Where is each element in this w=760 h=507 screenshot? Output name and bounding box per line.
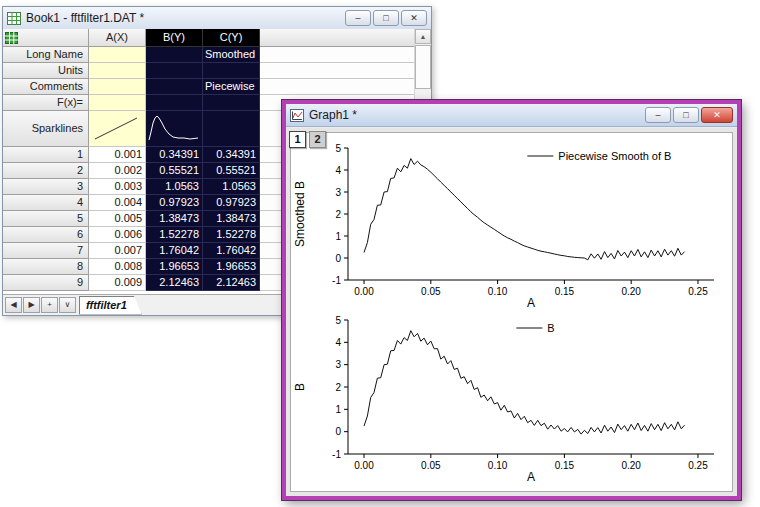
- svg-text:5: 5: [335, 143, 341, 154]
- sparkline-cell-a[interactable]: [89, 111, 146, 147]
- book1-maximize-button[interactable]: □: [373, 10, 399, 26]
- cell-c[interactable]: Piecewise: [203, 79, 260, 95]
- svg-text:Smoothed B: Smoothed B: [293, 181, 307, 247]
- cell-c[interactable]: 1.0563: [203, 179, 260, 195]
- svg-text:Piecewise Smooth of B: Piecewise Smooth of B: [558, 150, 671, 162]
- b-plot[interactable]: 0.000.050.100.150.200.25-1012345BAB: [292, 312, 728, 484]
- cell-b[interactable]: 1.0563: [146, 179, 203, 195]
- cell-b[interactable]: [146, 79, 203, 95]
- smoothed-b-plot[interactable]: 0.000.050.100.150.200.25-1012345Piecewis…: [292, 140, 728, 310]
- cell-b[interactable]: [146, 63, 203, 79]
- row-header-f-x-[interactable]: F(x)=: [3, 95, 89, 111]
- sparkline-cell-b[interactable]: [146, 111, 203, 147]
- cell-b[interactable]: 0.97923: [146, 195, 203, 211]
- column-header-a[interactable]: A(X): [89, 29, 146, 47]
- cell-b[interactable]: [146, 47, 203, 63]
- cell-c[interactable]: 0.34391: [203, 147, 260, 163]
- cell-c[interactable]: Smoothed: [203, 47, 260, 63]
- book1-minimize-button[interactable]: –: [345, 10, 371, 26]
- svg-text:0: 0: [335, 253, 341, 264]
- row-header-units[interactable]: Units: [3, 63, 89, 79]
- graph1-title: Graph1 *: [309, 108, 640, 122]
- cell-a[interactable]: 0.009: [89, 275, 146, 291]
- cell-a[interactable]: [89, 95, 146, 111]
- row-header-4[interactable]: 4: [3, 195, 89, 211]
- corner-cell[interactable]: [3, 29, 89, 47]
- cell-c[interactable]: 1.76042: [203, 243, 260, 259]
- svg-text:1: 1: [335, 231, 341, 242]
- column-header-row: A(X) B(Y) C(Y): [3, 29, 431, 47]
- add-sheet-icon[interactable]: +: [41, 297, 58, 313]
- sparkline-cell-c[interactable]: [203, 111, 260, 147]
- empty-cell: [260, 63, 431, 79]
- cell-b[interactable]: 1.52278: [146, 227, 203, 243]
- row-header-2[interactable]: 2: [3, 163, 89, 179]
- layer-button-2[interactable]: 2: [309, 131, 326, 148]
- cell-b[interactable]: 2.12463: [146, 275, 203, 291]
- row-header-8[interactable]: 8: [3, 259, 89, 275]
- svg-text:3: 3: [335, 187, 341, 198]
- sparkline-b: [146, 111, 201, 145]
- book1-titlebar[interactable]: Book1 - fftfilter1.DAT * – □ ✕: [3, 7, 431, 30]
- cell-a[interactable]: 0.003: [89, 179, 146, 195]
- svg-text:0.20: 0.20: [621, 460, 641, 471]
- row-header-long-name[interactable]: Long Name: [3, 47, 89, 63]
- cell-c[interactable]: 2.12463: [203, 275, 260, 291]
- row-header-6[interactable]: 6: [3, 227, 89, 243]
- svg-text:2: 2: [335, 382, 341, 393]
- cell-c[interactable]: 0.55521: [203, 163, 260, 179]
- sparkline-a: [89, 111, 144, 145]
- svg-text:A: A: [527, 470, 535, 484]
- cell-b[interactable]: 1.96653: [146, 259, 203, 275]
- svg-text:4: 4: [335, 337, 341, 348]
- svg-text:2: 2: [335, 209, 341, 220]
- cell-a[interactable]: 0.005: [89, 211, 146, 227]
- row-header-9[interactable]: 9: [3, 275, 89, 291]
- cell-a[interactable]: [89, 47, 146, 63]
- scroll-up-icon[interactable]: ▲: [415, 29, 431, 44]
- row-header-7[interactable]: 7: [3, 243, 89, 259]
- row-header-1[interactable]: 1: [3, 147, 89, 163]
- svg-text:-1: -1: [332, 449, 341, 460]
- column-header-c[interactable]: C(Y): [203, 29, 260, 47]
- header-filler: [260, 29, 431, 47]
- cell-a[interactable]: 0.004: [89, 195, 146, 211]
- cell-c[interactable]: 1.38473: [203, 211, 260, 227]
- cell-b[interactable]: [146, 95, 203, 111]
- book1-close-button[interactable]: ✕: [401, 10, 427, 26]
- cell-a[interactable]: 0.002: [89, 163, 146, 179]
- cell-a[interactable]: 0.001: [89, 147, 146, 163]
- svg-text:3: 3: [335, 359, 341, 370]
- cell-b[interactable]: 1.76042: [146, 243, 203, 259]
- cell-b[interactable]: 0.34391: [146, 147, 203, 163]
- graph1-close-button[interactable]: ✕: [701, 107, 733, 123]
- row-header-sparklines[interactable]: Sparklines: [3, 111, 89, 147]
- sheet-list-icon[interactable]: ∨: [59, 297, 76, 313]
- svg-text:0.05: 0.05: [421, 460, 441, 471]
- cell-c[interactable]: [203, 63, 260, 79]
- cell-c[interactable]: 1.96653: [203, 259, 260, 275]
- svg-text:-1: -1: [332, 275, 341, 286]
- cell-c[interactable]: 0.97923: [203, 195, 260, 211]
- sheet-prev-icon[interactable]: ◀: [5, 297, 22, 313]
- graph1-minimize-button[interactable]: –: [645, 107, 671, 123]
- sheet-next-icon[interactable]: ▶: [23, 297, 40, 313]
- cell-a[interactable]: 0.008: [89, 259, 146, 275]
- row-header-comments[interactable]: Comments: [3, 79, 89, 95]
- scrollbar-thumb[interactable]: [415, 45, 431, 89]
- cell-b[interactable]: 0.55521: [146, 163, 203, 179]
- cell-a[interactable]: 0.007: [89, 243, 146, 259]
- layer-button-1[interactable]: 1: [289, 131, 306, 148]
- cell-a[interactable]: [89, 79, 146, 95]
- cell-a[interactable]: 0.006: [89, 227, 146, 243]
- graph1-maximize-button[interactable]: □: [673, 107, 699, 123]
- cell-a[interactable]: [89, 63, 146, 79]
- row-header-5[interactable]: 5: [3, 211, 89, 227]
- cell-b[interactable]: 1.38473: [146, 211, 203, 227]
- sheet-tab-fftfilter1[interactable]: fftfilter1: [79, 296, 142, 315]
- row-header-3[interactable]: 3: [3, 179, 89, 195]
- cell-c[interactable]: [203, 95, 260, 111]
- column-header-b[interactable]: B(Y): [146, 29, 203, 47]
- graph1-titlebar[interactable]: Graph1 * – □ ✕: [286, 104, 737, 127]
- cell-c[interactable]: 1.52278: [203, 227, 260, 243]
